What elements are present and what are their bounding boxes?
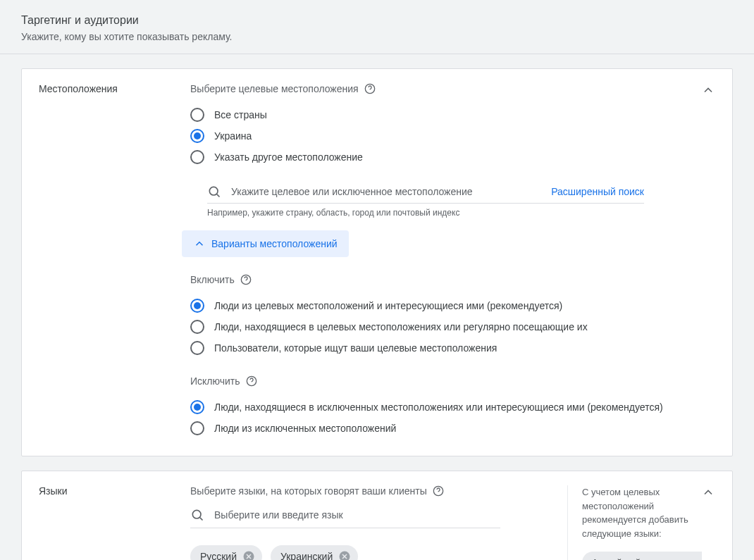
advanced-search-link[interactable]: Расширенный поиск bbox=[551, 186, 644, 197]
location-scope-radios: Все страны Украина Указать другое местоп… bbox=[190, 104, 687, 168]
help-icon[interactable] bbox=[364, 83, 376, 94]
page-title: Таргетинг и аудитории bbox=[21, 14, 733, 27]
exclude-opt-1[interactable]: Люди, находящиеся в исключенных местопол… bbox=[190, 397, 687, 418]
suggestion-text: С учетом целевых местоположений рекоменд… bbox=[582, 485, 715, 540]
page-header: Таргетинг и аудитории Укажите, кому вы х… bbox=[0, 0, 754, 54]
suggestion-chip-english[interactable]: Английский bbox=[582, 552, 702, 560]
exclude-opt-2[interactable]: Люди из исключенных местоположений bbox=[190, 418, 687, 439]
help-icon[interactable] bbox=[246, 375, 257, 387]
include-opt-1[interactable]: Люди из целевых местоположений и интерес… bbox=[190, 295, 687, 316]
search-icon bbox=[190, 508, 204, 522]
locations-card: Местоположения Выберите целевые местопол… bbox=[21, 68, 733, 456]
language-search-field[interactable] bbox=[190, 502, 500, 528]
languages-card: Языки Выберите языки, на которых говорят… bbox=[21, 471, 733, 560]
locations-select-label: Выберите целевые местоположения bbox=[190, 83, 687, 94]
chip-ukrainian[interactable]: Украинский bbox=[271, 545, 358, 560]
locations-title: Местоположения bbox=[39, 83, 190, 94]
help-icon[interactable] bbox=[433, 485, 444, 497]
close-icon[interactable] bbox=[338, 550, 351, 560]
radio-all-countries[interactable]: Все страны bbox=[190, 104, 687, 125]
help-icon[interactable] bbox=[240, 274, 252, 285]
svg-point-2 bbox=[209, 187, 218, 195]
svg-point-13 bbox=[340, 552, 350, 561]
languages-select-label: Выберите языки, на которых говорят ваши … bbox=[190, 485, 539, 497]
location-options-expander[interactable]: Варианты местоположений bbox=[182, 230, 349, 257]
collapse-icon[interactable] bbox=[701, 83, 715, 97]
collapse-icon[interactable] bbox=[701, 485, 715, 499]
location-hint: Например, укажите страну, область, город… bbox=[207, 208, 687, 218]
chevron-up-icon bbox=[193, 237, 206, 250]
chip-russian[interactable]: Русский bbox=[190, 545, 262, 560]
close-icon[interactable] bbox=[242, 550, 255, 560]
radio-ukraine[interactable]: Украина bbox=[190, 125, 687, 147]
language-search-input[interactable] bbox=[214, 509, 500, 521]
svg-point-12 bbox=[243, 552, 254, 561]
page-subtitle: Укажите, кому вы хотите показывать рекла… bbox=[21, 31, 733, 42]
location-search-field[interactable]: Расширенный поиск bbox=[207, 180, 644, 204]
svg-point-10 bbox=[192, 510, 201, 518]
search-icon bbox=[207, 185, 221, 199]
include-label: Включить bbox=[190, 274, 687, 285]
include-opt-2[interactable]: Люди, находящиеся в целевых местоположен… bbox=[190, 316, 687, 337]
svg-line-11 bbox=[200, 518, 203, 521]
languages-title: Языки bbox=[39, 485, 190, 497]
include-opt-3[interactable]: Пользователи, которые ищут ваши целевые … bbox=[190, 337, 687, 359]
svg-line-3 bbox=[217, 194, 220, 197]
location-search-input[interactable] bbox=[231, 186, 537, 197]
exclude-label: Исключить bbox=[190, 375, 687, 387]
radio-other-location[interactable]: Указать другое местоположение bbox=[190, 147, 687, 168]
